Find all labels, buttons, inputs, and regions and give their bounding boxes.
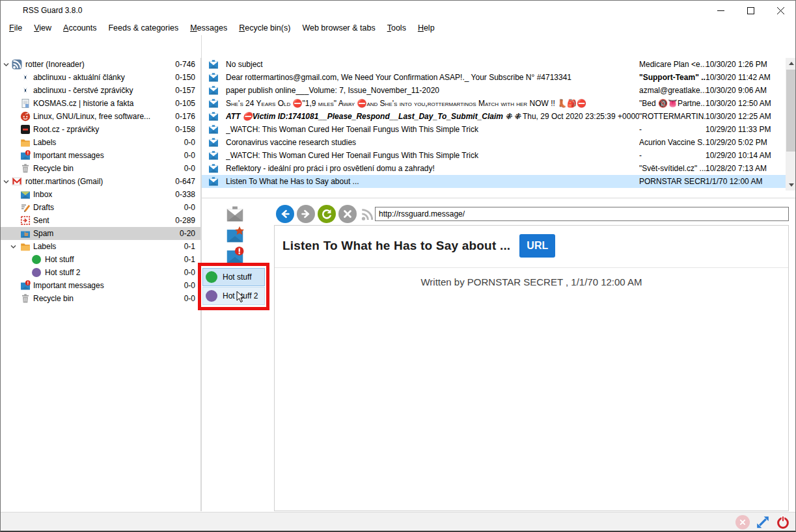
feed-row-labels[interactable]: Labels0-0 <box>1 136 200 149</box>
label-button-hot-stuff[interactable]: Hot stuff <box>202 268 265 286</box>
refresh-button[interactable] <box>318 205 336 223</box>
message-subject: Listen To What he Has to Say about ... <box>226 177 639 186</box>
sent-icon <box>20 215 31 226</box>
toolbar <box>1 35 795 58</box>
feed-row-rotter-martinos-gmail[interactable]: rotter.martinos (Gmail)0-647 <box>1 175 200 188</box>
menu-item-view[interactable]: View <box>28 22 57 34</box>
feed-label: Linux, GNU/Linux, free software... <box>33 112 150 121</box>
close-button[interactable] <box>765 1 795 20</box>
feed-count: 0-746 <box>175 60 195 69</box>
feed-count: 0-150 <box>175 73 195 82</box>
feed-list: rotter (Inoreader)0-746abclinuxu - aktuá… <box>1 58 201 511</box>
menu-item-web-browser-tabs[interactable]: Web browser & tabs <box>296 22 381 34</box>
article-url-button[interactable]: URL <box>519 234 555 258</box>
message-row[interactable]: Listen To What he Has to Say about ...PO… <box>202 175 796 188</box>
expander-chevron-icon[interactable] <box>3 61 10 70</box>
stop-button[interactable] <box>338 205 357 223</box>
message-date: 10/30/20 12:50 AM <box>706 99 785 108</box>
feed-row-drafts[interactable]: Drafts0-0 <box>1 201 200 214</box>
mail-open-gray-button[interactable] <box>225 204 245 224</box>
message-sender: PORNSTAR SECR... <box>639 177 706 186</box>
feed-row-root-cz-zpr-vi-ky[interactable]: Root.cz - zprávičky0-158 <box>1 123 200 136</box>
feed-row-inbox[interactable]: Inbox0-338 <box>1 188 200 201</box>
mail-open-blue-icon <box>202 150 226 161</box>
mail-open-blue-icon <box>202 111 226 122</box>
menu-item-feeds-categories[interactable]: Feeds & categories <box>102 22 184 34</box>
menu-item-help[interactable]: Help <box>412 22 441 34</box>
feed-row-sent[interactable]: Sent0-289 <box>1 214 200 227</box>
menu-item-tools[interactable]: Tools <box>381 22 412 34</box>
message-date: 10/29/20 5:02 PM <box>706 138 785 147</box>
message-row[interactable]: Dear rottermartinos@gmail.com, We Need Y… <box>202 71 796 84</box>
feed-row-hot-stuff-2[interactable]: Hot stuff 20-0 <box>1 266 200 279</box>
trash-icon <box>20 163 31 174</box>
feed-label: Recycle bin <box>33 164 74 173</box>
feed-count: 0-158 <box>175 125 195 134</box>
url-input[interactable] <box>375 207 789 221</box>
maximize-button[interactable] <box>735 1 765 20</box>
feed-count: 0-0 <box>184 138 195 147</box>
message-row[interactable]: Reflektory - ideální pro práci i pro osv… <box>202 162 796 175</box>
rss-gray-button <box>360 207 374 222</box>
scroll-up-arrow[interactable] <box>786 58 796 69</box>
message-row[interactable]: She's 24 Years Old ⛔"1,9 miles" Away ⛔an… <box>202 97 796 110</box>
feed-row-labels[interactable]: Labels0-1 <box>1 240 200 253</box>
feed-count: 0-0 <box>184 164 195 173</box>
message-row[interactable]: _WATCH: This Woman Cured Her Toenail Fun… <box>202 149 796 162</box>
message-subject: ATT ⛔Victim ID:1741081__Please_Respond__… <box>226 112 639 121</box>
feed-label: Inbox <box>33 190 52 199</box>
message-row[interactable]: No subjectMedicare Plan <e...10/30/20 1:… <box>202 58 796 71</box>
feed-row-recycle-bin[interactable]: Recycle bin0-0 <box>1 292 200 305</box>
expander-chevron-icon[interactable] <box>3 178 10 187</box>
inoreader-icon <box>12 59 22 70</box>
feed-row-rotter-inoreader[interactable]: rotter (Inoreader)0-746 <box>1 58 200 71</box>
message-row[interactable]: paper publish online___Volume: 7, Issue_… <box>202 84 796 97</box>
article-content: Listen To What he Has to Say about ... U… <box>274 225 789 511</box>
feed-row-hot-stuff[interactable]: Hot stuff0-1 <box>1 253 200 266</box>
menu-item-recycle-bin-s[interactable]: Recycle bin(s) <box>233 22 296 34</box>
mail-open-blue-icon <box>202 124 226 135</box>
feed-row-recycle-bin[interactable]: Recycle bin0-0 <box>1 162 200 175</box>
feed-row-kosmas-cz-historie-a-fakta[interactable]: KOSMAS.cz | historie a fakta0-105 <box>1 97 200 110</box>
message-row[interactable]: Coronavirus vaccine research studiesAcur… <box>202 136 796 149</box>
power-icon[interactable] <box>776 515 790 529</box>
feed-label: abclinuxu - čerstvé zprávičky <box>33 86 133 95</box>
feed-count: 0-0 <box>184 281 195 290</box>
menu-item-accounts[interactable]: Accounts <box>57 22 102 34</box>
feed-row-important-messages[interactable]: Important messages0-0 <box>1 279 200 292</box>
minimize-button[interactable] <box>706 1 735 20</box>
message-list-scrollbar[interactable] <box>786 58 796 191</box>
trash-icon <box>20 293 31 304</box>
label-button-hot-stuff-2[interactable]: Hot stuff 2 <box>202 287 265 305</box>
mail-open-blue-icon <box>202 72 226 83</box>
label-green-icon <box>31 254 42 265</box>
label-green-icon <box>206 271 217 283</box>
menubar: FileViewAccountsFeeds & categoriesMessag… <box>1 20 795 35</box>
feed-row-important-messages[interactable]: Important messages0-0 <box>1 149 200 162</box>
feed-count: 0-0 <box>184 294 195 303</box>
feed-row-abclinuxu-erstv-zpr-vi-ky[interactable]: abclinuxu - čerstvé zprávičky0-157 <box>1 84 200 97</box>
abclinuxu-icon <box>20 72 31 83</box>
folder-icon <box>20 241 31 252</box>
feed-label: Drafts <box>33 203 54 212</box>
feed-row-linux-gnu-linux-free-software[interactable]: Linux, GNU/Linux, free software...0-176 <box>1 110 200 123</box>
mail-star-button[interactable] <box>225 225 245 245</box>
fullscreen-icon[interactable] <box>756 515 770 529</box>
feed-row-abclinuxu-aktu-ln-l-nky[interactable]: abclinuxu - aktuální články0-150 <box>1 71 200 84</box>
back-button[interactable] <box>276 205 294 223</box>
message-row[interactable]: _WATCH: This Woman Cured Her Toenail Fun… <box>202 123 796 136</box>
mail-open-blue-icon <box>202 59 226 70</box>
mouse-cursor <box>236 291 245 304</box>
menu-item-file[interactable]: File <box>3 22 28 34</box>
expander-chevron-icon[interactable] <box>10 243 17 252</box>
feed-count: 0-20 <box>180 229 195 238</box>
scrollbar-thumb[interactable] <box>786 70 796 152</box>
menu-item-messages[interactable]: Messages <box>184 22 233 34</box>
scroll-down-arrow[interactable] <box>786 180 796 191</box>
message-subject: _WATCH: This Woman Cured Her Toenail Fun… <box>226 125 639 134</box>
label-purple-icon <box>31 267 42 278</box>
statusbar <box>1 512 795 531</box>
forward-button[interactable] <box>297 205 315 223</box>
message-row[interactable]: ATT ⛔Victim ID:1741081__Please_Respond__… <box>202 110 796 123</box>
feed-row-spam[interactable]: Spam0-20 <box>1 227 200 240</box>
